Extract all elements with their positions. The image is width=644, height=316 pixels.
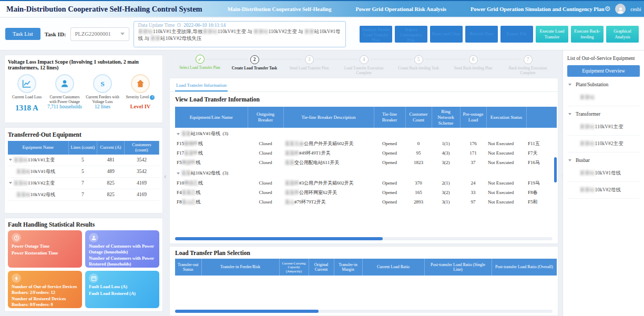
table-row[interactable]: 某某站10kV#2母线78254169: [8, 189, 159, 200]
caret-down-icon[interactable]: [568, 84, 571, 86]
customer-count-cell: 165: [405, 188, 432, 197]
toolbar-button[interactable]: Refresh Data: [465, 26, 498, 43]
data-update-time: 2022-06-10 16:11:14: [183, 23, 226, 28]
lines-count-cell: 5: [68, 166, 97, 177]
task-list-button[interactable]: Task List: [5, 28, 40, 40]
vertical-scrollbar-thumb[interactable]: [554, 157, 557, 182]
step-7: 7Back-feeding Execution Complete: [500, 54, 555, 75]
user-avatar[interactable]: [615, 4, 626, 14]
toolbar-button[interactable]: Import Contingency Plan: [395, 26, 427, 43]
caret-down-icon[interactable]: [568, 113, 571, 115]
transferred-out-title: Transferred-Out Equipment: [8, 131, 159, 138]
tab-row: Load Transfer Information: [170, 78, 558, 92]
lines-count-cell: 5: [68, 155, 97, 166]
help-icon[interactable]: ?: [150, 95, 155, 100]
text: 线: [196, 190, 201, 195]
toolbar-button[interactable]: Execute Back-feeding: [571, 26, 604, 43]
redacted-text: 某某站: [16, 192, 30, 197]
metric-label: Current Customers with Power Outage: [46, 95, 84, 104]
redacted-text: 某山乙: [182, 199, 196, 205]
tree-item[interactable]: 某某站110kV#2主变: [567, 136, 640, 152]
task-id-select[interactable]: PLZG22000001: [70, 27, 129, 41]
table-row[interactable]: F10网货乙线Closed某某村#3公用户外开关箱602开关Opened3702…: [175, 178, 557, 188]
stat-card-0: Power Outage TimePower Restoration Time: [8, 230, 82, 268]
view-load-transfer-title: View Load Transfer Information: [175, 96, 553, 103]
step-label: Send Load Transfer Plan: [282, 66, 336, 70]
pre-outage-load-cell: 176: [460, 139, 486, 148]
line-name-cell: F8某山乙线: [175, 197, 248, 207]
table-row[interactable]: 某某站110kV#2主变78254169: [8, 177, 159, 189]
tree-item[interactable]: 某某站10kV#1母线: [567, 165, 640, 182]
tree-section-0[interactable]: Plant/Substation: [567, 77, 640, 89]
current-cell: 825: [97, 177, 125, 189]
ring-scheme-cell: 3(2): [432, 158, 460, 167]
outgoing-breaker-cell: Closed: [248, 178, 283, 188]
table-row[interactable]: F4某某乙线Closed某某所公用环网室62开关Opened1653(2)33N…: [175, 188, 557, 197]
tree-item[interactable]: 某某站10kV#2母线: [567, 182, 640, 199]
toolbar-button[interactable]: Export File: [500, 26, 533, 43]
ring-scheme-cell: 3(1): [432, 197, 460, 207]
table-row[interactable]: F8某山乙线Closed某山#79环79T2开关Opened28933(1)97…: [175, 197, 557, 207]
collapse-left-chevron[interactable]: ‹: [164, 172, 167, 181]
column-header: Tie-line Breaker Description: [283, 107, 374, 128]
group-row[interactable]: 某某站10kV#1母线 (3): [175, 128, 557, 139]
caret-down-icon[interactable]: [9, 182, 12, 184]
tree-item-label: 110kV#2主变: [595, 141, 623, 146]
transferred-out-card: Transferred-Out Equipment Equipment Name…: [4, 127, 163, 213]
customers-cell: 3542: [124, 166, 159, 177]
outgoing-breaker-cell: Closed: [248, 139, 283, 148]
group-name-cell: 某某站10kV#2母线 (3): [175, 167, 557, 178]
fault-text-segment: 某某站: [138, 29, 154, 34]
column-header: Customers (count): [124, 141, 159, 155]
scrollbar-thumb[interactable]: [175, 237, 383, 240]
table-row[interactable]: F15联络甲线Closed某某五金公用户外开关箱602开关Opened01(1)…: [175, 139, 557, 148]
tree-section-1[interactable]: Transformer: [567, 106, 640, 119]
toolbar-button[interactable]: Execute Load Transfer: [536, 26, 568, 43]
tree-item[interactable]: 某某站: [567, 89, 640, 106]
group-name: 站10kV#2母线 (3): [191, 170, 228, 176]
caret-down-icon[interactable]: [177, 172, 180, 175]
settings-gear-icon[interactable]: ⚙: [605, 5, 611, 13]
load-chart-icon: [17, 74, 36, 93]
calendar-icon: [89, 273, 98, 283]
fault-description-box: Data Update Time 2022-06-10 16:11:14 某某站…: [134, 21, 346, 47]
table-row[interactable]: 某某站10kV#1母线54893542: [8, 166, 159, 177]
column-header: Equipment Name: [8, 141, 68, 155]
nav-item-0[interactable]: Main-Distribution Cooperative Self-Heali…: [228, 6, 332, 12]
redacted-text: 某某: [181, 170, 191, 176]
toolbar-button[interactable]: Analyze Feeder Load Transfer Plan: [360, 26, 392, 43]
caret-down-icon[interactable]: [177, 133, 180, 135]
toolbar-button[interactable]: Reset and Clear: [430, 26, 463, 43]
redacted-text: 某某站: [580, 124, 595, 129]
nav-item-2[interactable]: Power Grid Operation Simulation and Cont…: [471, 6, 605, 12]
text: F5: [177, 160, 182, 165]
task-id-value: PLZG22000001: [75, 31, 111, 37]
scrollbar-thumb[interactable]: [175, 310, 319, 313]
plan-selection-title: Load Transfer Plan Selection: [175, 250, 553, 256]
toolbar-buttons: Analyze Feeder Load Transfer PlanImport …: [360, 26, 639, 43]
tree-item[interactable]: 某某站110kV#1主变: [567, 119, 640, 136]
table-row[interactable]: 某某站110kV#1主变54813542: [8, 155, 159, 166]
horizontal-scrollbar[interactable]: [175, 237, 553, 240]
tree-section-2[interactable]: Busbar: [567, 152, 640, 165]
transferred-out-table: Equipment NameLines (count)Current (A)Cu…: [8, 141, 159, 201]
step-label: Back-feeding Execution Complete: [500, 66, 555, 75]
table-row[interactable]: F5网货甲线Closed某某交公用配电站611开关Opened18233(2)3…: [175, 158, 557, 167]
caret-down-icon[interactable]: [568, 159, 571, 161]
tab-load-transfer-information[interactable]: Load Transfer Information: [175, 80, 228, 91]
fault-description-textarea[interactable]: 某某站110kV#1主变故障,导致某某站110kV#1主变 与 某某站110kV…: [138, 28, 341, 44]
outgoing-breaker-cell: Closed: [248, 188, 283, 197]
step-label: Create Back-feeding Task: [391, 66, 446, 70]
redacted-text: 某某站: [16, 169, 30, 174]
metric-label: Current Load Loss: [8, 95, 46, 104]
caret-down-icon[interactable]: [9, 159, 12, 161]
stat-line: Number of Restored Devices Busbars: 0/Fe…: [12, 296, 78, 307]
load-transfer-table: Equipment/Line NameOutgoing BreakerTie-l…: [175, 107, 557, 207]
nav-item-1[interactable]: Power Grid Operational Risk Analysis: [355, 6, 446, 12]
horizontal-scrollbar[interactable]: [175, 310, 553, 313]
table-row[interactable]: F17某某甲线Closed某某村#49环49T1开关Opened954(3)17…: [175, 148, 557, 158]
group-row[interactable]: 某某站10kV#2母线 (3): [175, 167, 557, 178]
equipment-name: 10kV#1母线: [30, 169, 55, 174]
equipment-overview-button[interactable]: Equipment Overview: [567, 65, 640, 77]
toolbar-button[interactable]: Graphical Analysis: [606, 26, 639, 43]
